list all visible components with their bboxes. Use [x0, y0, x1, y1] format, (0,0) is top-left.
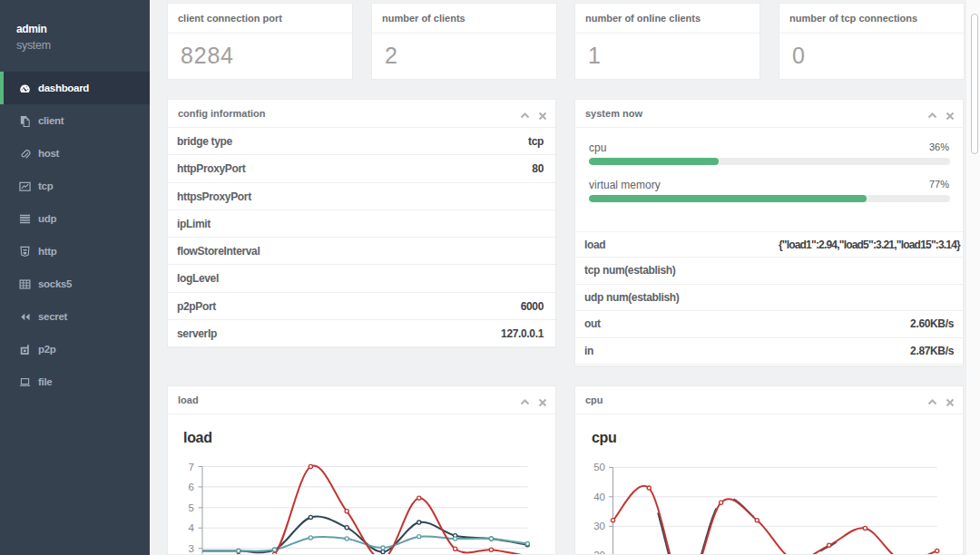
svg-text:40: 40 [593, 492, 605, 502]
svg-text:6: 6 [189, 482, 194, 492]
svg-text:4: 4 [189, 522, 195, 533]
svg-text:3: 3 [189, 543, 194, 554]
svg-text:50: 50 [593, 462, 605, 472]
svg-text:5: 5 [189, 502, 194, 513]
svg-text:20: 20 [593, 550, 605, 555]
svg-text:30: 30 [593, 521, 605, 531]
svg-text:7: 7 [189, 462, 194, 472]
